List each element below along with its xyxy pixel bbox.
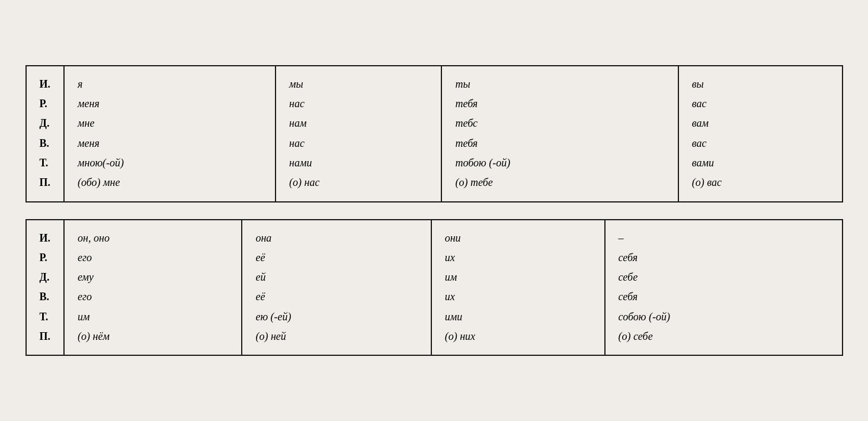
case-column-2: И. Р. Д. В. Т. П. bbox=[26, 220, 65, 356]
col-ty: тытебятебстебятобою (-ой)(о) тебе bbox=[441, 66, 678, 202]
col-sebya: –себясебесебясобою (-ой)(о) себе bbox=[605, 220, 843, 356]
table-row: И. Р. Д. В. Т. П. он, оноегоемуегоим(о) … bbox=[26, 220, 843, 356]
col-on: он, оноегоемуегоим(о) нём bbox=[64, 220, 242, 356]
case-column-1: И. Р. Д. В. Т. П. bbox=[26, 66, 65, 202]
tables-container: И. Р. Д. В. Т. П. яменямнеменямною(-ой)(… bbox=[25, 65, 843, 356]
table-row: И. Р. Д. В. Т. П. яменямнеменямною(-ой)(… bbox=[26, 66, 843, 202]
col-vy: вывасвамвасвами(о) вас bbox=[678, 66, 843, 202]
col-ya: яменямнеменямною(-ой)(обо) мне bbox=[64, 66, 276, 202]
table-1: И. Р. Д. В. Т. П. яменямнеменямною(-ой)(… bbox=[25, 65, 843, 203]
col-ona: онаеёейеёею (-ей)(о) ней bbox=[242, 220, 431, 356]
col-oni: ониихимихими(о) них bbox=[431, 220, 605, 356]
table-2: И. Р. Д. В. Т. П. он, оноегоемуегоим(о) … bbox=[25, 219, 843, 356]
col-my: мынаснамнаснами(о) нас bbox=[276, 66, 441, 202]
